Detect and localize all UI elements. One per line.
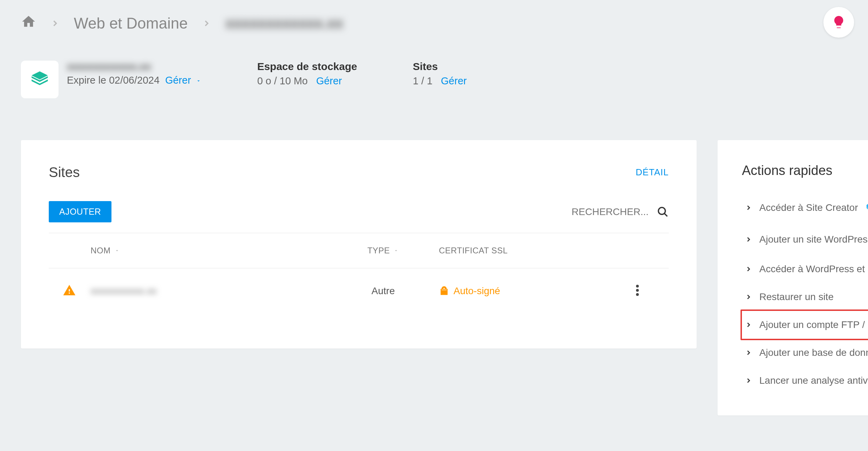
action-label: Restaurer un site (759, 291, 834, 303)
chevron-right-icon (745, 293, 752, 301)
home-icon[interactable] (21, 14, 36, 33)
column-type[interactable]: TYPE (327, 246, 439, 255)
sort-icon (393, 248, 399, 253)
sites-value: 1 / 1 (413, 75, 432, 86)
sites-card-title: Sites (49, 165, 80, 180)
row-site-name: xxxxxxxxxxx.xx (91, 285, 327, 297)
chevron-right-icon (745, 265, 752, 273)
svg-point-5 (636, 293, 639, 296)
storage-value: 0 o / 10 Mo (257, 75, 308, 86)
search-input[interactable] (565, 206, 649, 217)
quick-actions-card: Actions rapides CHANGER D'OFFRE Accéder … (718, 140, 868, 415)
action-label: Accéder à Site Creator (759, 202, 858, 213)
help-bulb-button[interactable] (823, 7, 854, 38)
product-expiry: Expire le 02/06/2024 Gérer (67, 75, 201, 86)
breadcrumb-current: xxxxxxxxxxxx.xx (225, 15, 343, 32)
column-ssl: CERTIFICAT SSL (439, 246, 620, 255)
product-name: xxxxxxxxxxxx.xx (67, 61, 201, 72)
chevron-right-icon (745, 236, 752, 243)
chevron-right-icon (745, 377, 752, 384)
action-restore-site[interactable]: Restaurer un site (742, 283, 868, 311)
table-row[interactable]: xxxxxxxxxxx.xx Autre Auto-signé (49, 268, 669, 314)
chevron-right-icon (202, 15, 211, 32)
svg-point-3 (636, 285, 639, 288)
action-label: Lancer une analyse antivirus (759, 375, 868, 386)
chevron-right-icon (745, 204, 752, 212)
chevron-right-icon (50, 15, 60, 32)
manage-storage-link[interactable]: Gérer (316, 75, 342, 86)
chevron-right-icon (745, 321, 752, 329)
cloud-icon (865, 200, 868, 215)
sort-icon (114, 248, 120, 253)
action-antivirus-scan[interactable]: Lancer une analyse antivirus (742, 367, 868, 395)
warning-icon (63, 284, 91, 298)
action-site-creator[interactable]: Accéder à Site Creator (742, 192, 868, 223)
expire-date: 02/06/2024 (109, 75, 160, 86)
action-wordpress-apps[interactable]: Accéder à WordPress et aux Apps (742, 255, 868, 283)
svg-line-1 (664, 213, 667, 216)
row-ssl-status: Auto-signé (439, 285, 620, 297)
sites-block: Sites 1 / 1 Gérer (413, 61, 467, 87)
row-actions-menu[interactable] (620, 285, 655, 297)
detail-link[interactable]: DÉTAIL (636, 167, 669, 178)
svg-rect-2 (441, 290, 447, 295)
info-summary-row: xxxxxxxxxxxx.xx Expire le 02/06/2024 Gér… (21, 47, 847, 140)
svg-point-0 (658, 207, 665, 214)
action-label: Accéder à WordPress et aux Apps (759, 263, 868, 275)
breadcrumb: Web et Domaine xxxxxxxxxxxx.xx (21, 7, 847, 47)
action-add-database[interactable]: Ajouter une base de données (742, 339, 868, 367)
action-label: Ajouter un site WordPress (759, 234, 868, 245)
quick-actions-list: Accéder à Site Creator Ajouter un site W… (742, 192, 868, 395)
manage-product-link[interactable]: Gérer (165, 75, 191, 86)
table-header: NOM TYPE CERTIFICAT SSL (49, 233, 669, 268)
row-site-type: Autre (327, 285, 439, 297)
svg-point-4 (636, 289, 639, 292)
caret-down-icon[interactable] (196, 75, 201, 86)
action-add-ftp-ssh[interactable]: Ajouter un compte FTP / SSH (741, 309, 868, 340)
action-add-wordpress[interactable]: Ajouter un site WordPress (742, 223, 868, 255)
expire-prefix: Expire le (67, 75, 109, 86)
manage-sites-link[interactable]: Gérer (441, 75, 467, 86)
action-label: Ajouter un compte FTP / SSH (759, 319, 868, 330)
unlock-icon (439, 286, 449, 296)
sites-title: Sites (413, 61, 467, 72)
storage-block: Espace de stockage 0 o / 10 Mo Gérer (257, 61, 357, 87)
add-site-button[interactable]: AJOUTER (49, 201, 111, 222)
layers-icon (21, 61, 59, 98)
sites-card: Sites DÉTAIL AJOUTER NOM TYPE CERTIFICAT… (21, 140, 697, 349)
breadcrumb-web-domain[interactable]: Web et Domaine (74, 15, 188, 32)
quick-actions-title: Actions rapides (742, 163, 832, 178)
storage-title: Espace de stockage (257, 61, 357, 72)
product-card: xxxxxxxxxxxx.xx Expire le 02/06/2024 Gér… (21, 61, 201, 98)
chevron-right-icon (745, 349, 752, 357)
action-label: Ajouter une base de données (759, 347, 868, 358)
column-name[interactable]: NOM (91, 246, 327, 255)
search-icon[interactable] (657, 206, 669, 218)
lightbulb-icon (831, 15, 846, 30)
